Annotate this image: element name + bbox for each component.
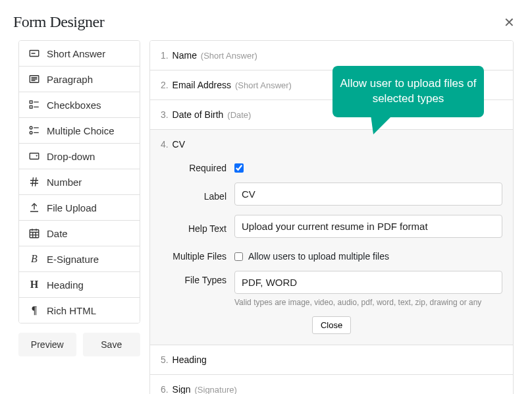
field-name: CV: [173, 139, 185, 150]
svg-rect-21: [30, 230, 39, 238]
field-hint: (Short Answer): [201, 51, 257, 61]
field-name: Name: [173, 50, 197, 61]
label-label: Label: [161, 187, 226, 202]
svg-line-18: [36, 177, 37, 186]
field-number: 4.: [161, 139, 169, 150]
field-hint: (Date): [227, 110, 251, 120]
number-icon: [28, 176, 40, 188]
field-type-heading[interactable]: H Heading: [19, 272, 140, 298]
label-input[interactable]: [234, 183, 502, 206]
multiple-files-checkbox[interactable]: [234, 252, 243, 261]
field-type-e-signature[interactable]: B E-Signature: [19, 246, 140, 272]
file-upload-icon: [28, 202, 40, 213]
field-row-sign[interactable]: 6. Sign (Signature): [150, 375, 513, 394]
preview-button[interactable]: Preview: [18, 333, 76, 356]
field-row-heading[interactable]: 5. Heading: [150, 345, 513, 375]
sidebar: Short Answer Paragraph Checkboxes Multip…: [18, 40, 140, 394]
field-type-label: File Upload: [47, 202, 97, 213]
help-text-input[interactable]: [234, 215, 502, 238]
field-header[interactable]: 4. CV: [150, 130, 513, 156]
close-icon[interactable]: ✕: [500, 14, 519, 30]
field-name: Sign: [173, 384, 191, 394]
field-type-number[interactable]: Number: [19, 169, 140, 195]
callout-tooltip: Allow user to upload files of selected t…: [332, 66, 484, 117]
svg-point-10: [30, 127, 32, 129]
field-type-list: Short Answer Paragraph Checkboxes Multip…: [18, 40, 140, 324]
file-types-help: Valid types are image, video, audio, pdf…: [234, 298, 502, 307]
date-icon: [28, 227, 40, 239]
multiple-files-text: Allow users to upload multiple files: [248, 251, 389, 262]
checkboxes-icon: [28, 99, 40, 111]
paragraph-icon: [28, 73, 40, 85]
multiple-files-label: Multiple Files: [161, 247, 226, 262]
field-type-file-upload[interactable]: File Upload: [19, 195, 140, 221]
save-button[interactable]: Save: [83, 333, 141, 356]
page-title: Form Designer: [13, 13, 104, 31]
callout-text: Allow user to upload files of selected t…: [340, 77, 477, 105]
field-type-checkboxes[interactable]: Checkboxes: [19, 92, 140, 118]
file-types-label: File Types: [161, 271, 226, 285]
field-type-rich-html[interactable]: ¶ Rich HTML: [19, 298, 140, 323]
field-type-drop-down[interactable]: Drop-down: [19, 144, 140, 169]
signature-icon: B: [28, 253, 40, 265]
field-hint: (Short Answer): [235, 80, 292, 90]
field-type-label: Checkboxes: [47, 99, 101, 111]
field-number: 1.: [161, 50, 169, 61]
field-type-date[interactable]: Date: [19, 221, 140, 246]
field-type-label: E-Signature: [47, 254, 99, 265]
field-hint: (Signature): [195, 385, 237, 394]
field-name: Email Address: [173, 80, 231, 90]
field-type-label: Rich HTML: [47, 305, 96, 316]
help-text-label: Help Text: [161, 219, 226, 234]
file-types-input[interactable]: [234, 271, 502, 294]
svg-rect-14: [30, 154, 39, 159]
field-number: 2.: [161, 80, 169, 90]
required-checkbox[interactable]: [234, 163, 244, 173]
field-type-label: Short Answer: [47, 48, 105, 59]
svg-rect-6: [30, 101, 32, 103]
field-name: Heading: [173, 354, 207, 365]
field-type-label: Multiple Choice: [47, 125, 115, 136]
field-name: Date of Birth: [173, 109, 224, 120]
drop-down-icon: [28, 150, 40, 162]
field-number: 6.: [161, 384, 169, 394]
field-type-multiple-choice[interactable]: Multiple Choice: [19, 118, 140, 144]
field-number: 3.: [161, 109, 169, 120]
required-label: Required: [161, 159, 226, 173]
field-type-short-answer[interactable]: Short Answer: [19, 41, 140, 67]
field-type-label: Number: [47, 177, 82, 188]
field-type-label: Drop-down: [47, 151, 95, 162]
rich-html-icon: ¶: [28, 304, 40, 316]
close-editor-button[interactable]: Close: [312, 316, 351, 334]
short-answer-icon: [28, 47, 40, 59]
field-type-label: Paragraph: [47, 74, 93, 85]
heading-icon: H: [28, 279, 40, 291]
field-row-cv-expanded: 4. CV Required Label Help Text: [150, 130, 513, 345]
svg-line-17: [32, 177, 34, 186]
field-type-label: Heading: [47, 279, 84, 291]
multiple-choice-icon: [28, 125, 40, 136]
svg-rect-8: [30, 106, 32, 109]
field-type-paragraph[interactable]: Paragraph: [19, 67, 140, 92]
field-type-label: Date: [47, 228, 68, 239]
svg-point-12: [30, 132, 32, 134]
field-number: 5.: [161, 354, 169, 365]
